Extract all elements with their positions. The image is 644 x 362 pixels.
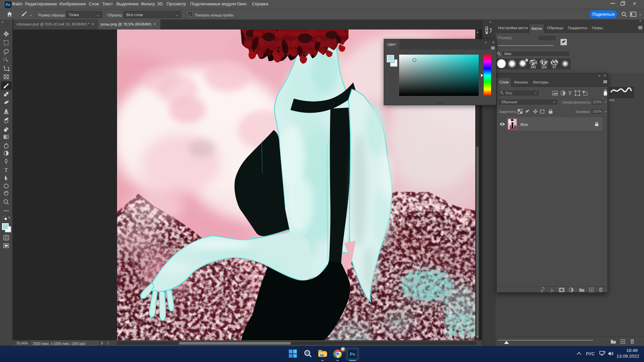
svg-text:fx: fx <box>550 288 554 293</box>
svg-text:T: T <box>569 90 572 96</box>
svg-text:57: 57 <box>552 65 556 69</box>
svg-text:116: 116 <box>541 65 547 69</box>
svg-text:T: T <box>5 167 8 173</box>
svg-text:341: 341 <box>531 65 536 69</box>
